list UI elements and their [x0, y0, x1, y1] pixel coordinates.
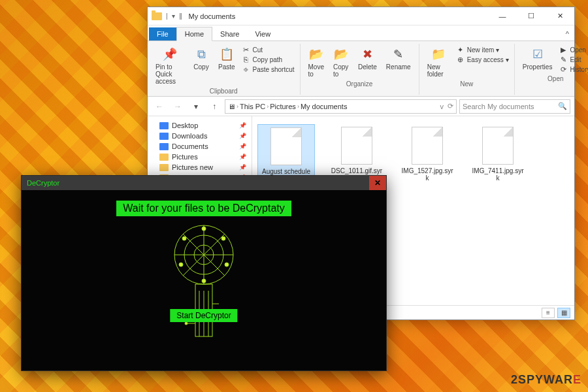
quick-access-toolbar: | ▾ ‖	[166, 12, 182, 20]
tab-file[interactable]: File	[149, 27, 176, 41]
tree-item-pictures-new[interactable]: Pictures new📌	[150, 162, 249, 172]
crumb-pictures[interactable]: Pictures	[270, 103, 296, 110]
svg-point-8	[221, 237, 225, 240]
folder-icon	[159, 164, 169, 171]
properties-button[interactable]: ☑Properties	[520, 45, 555, 72]
breadcrumb[interactable]: 🖥› This PC› Pictures› My documents v ⟳	[225, 99, 457, 114]
crumb-thispc[interactable]: This PC	[240, 103, 265, 110]
tab-view[interactable]: View	[247, 27, 278, 41]
file-item[interactable]: IMG_1527.jpg.syrk	[399, 124, 456, 186]
watermark: 2SPYWARE	[511, 373, 581, 387]
tree-item-documents[interactable]: Documents📌	[150, 141, 249, 152]
ribbon-group-clipboard: 📌Pin to Quick access ⧉Copy 📋Paste ✂Cut ⎘…	[148, 44, 301, 95]
moveto-label: Move to	[308, 63, 324, 78]
easy-access-button[interactable]: ⊕Easy access ▾	[456, 55, 509, 64]
pin-label: Pin to Quick access	[155, 63, 184, 85]
cut-button[interactable]: ✂Cut	[242, 45, 295, 54]
decryptor-window: DeCryptor ✕ Wait for your files to be De…	[21, 175, 387, 371]
file-icon	[482, 127, 514, 165]
nav-recent-button[interactable]: ▾	[188, 99, 204, 114]
copy-button[interactable]: ⧉Copy	[191, 45, 212, 72]
nav-forward-button[interactable]: →	[170, 99, 186, 114]
delete-button[interactable]: ✖Delete	[355, 45, 380, 72]
edit-button[interactable]: ✎Edit	[559, 55, 588, 64]
search-icon: 🔍	[558, 102, 567, 110]
qat-dropdown-icon[interactable]: ▾	[172, 12, 175, 20]
refresh-icon[interactable]: ⟳	[448, 102, 453, 110]
paste-button[interactable]: 📋Paste	[216, 45, 238, 72]
group-label-open: Open	[547, 75, 563, 82]
crumb-dropdown-icon[interactable]: v	[440, 103, 444, 110]
tab-home[interactable]: Home	[176, 27, 212, 41]
ribbon: 📌Pin to Quick access ⧉Copy 📋Paste ✂Cut ⎘…	[148, 41, 574, 97]
group-label-organize: Organize	[346, 80, 373, 88]
window-title: My documents	[189, 12, 236, 20]
copy-to-button[interactable]: 📂Copy to	[331, 45, 351, 79]
delete-label: Delete	[358, 63, 377, 71]
ribbon-collapse-icon[interactable]: ^	[561, 27, 574, 41]
group-label-clipboard: Clipboard	[210, 88, 238, 95]
pin-icon: 📌	[239, 133, 246, 139]
titlebar: | ▾ ‖ My documents — ☐ ✕	[148, 7, 574, 25]
svg-point-9	[179, 263, 183, 267]
newitem-icon: ✦	[456, 45, 465, 54]
history-button[interactable]: ⟳History	[559, 65, 588, 74]
crumb-sep: ›	[267, 103, 269, 110]
watermark-text2: E	[573, 373, 581, 386]
decryptor-close-button[interactable]: ✕	[369, 176, 386, 190]
view-details-button[interactable]: ≡	[542, 308, 555, 318]
ribbon-group-open: ☑Properties ▶Open ▾ ✎Edit ⟳History Open	[515, 44, 588, 95]
chevron-down-icon: ▾	[506, 56, 509, 63]
edit-icon: ✎	[559, 55, 568, 64]
edit-label: Edit	[570, 56, 581, 63]
maximize-button[interactable]: ☐	[517, 7, 546, 25]
tree-item-desktop[interactable]: Desktop📌	[150, 120, 249, 131]
tab-share[interactable]: Share	[212, 27, 247, 41]
open-label: Open	[570, 46, 585, 54]
search-placeholder: Search My documents	[463, 103, 534, 110]
open-button[interactable]: ▶Open ▾	[559, 45, 588, 54]
move-to-button[interactable]: 📂Move to	[306, 45, 327, 79]
file-item[interactable]: IMG_7411.jpg.syrk	[469, 124, 527, 186]
view-icons-button[interactable]: ▦	[557, 308, 570, 318]
pin-icon: 📌	[239, 164, 246, 171]
history-icon: ⟳	[559, 65, 568, 74]
svg-point-10	[225, 263, 229, 267]
crumb-current[interactable]: My documents	[301, 103, 348, 110]
cut-icon: ✂	[242, 45, 251, 54]
address-bar: ← → ▾ ↑ 🖥› This PC› Pictures› My documen…	[148, 97, 574, 116]
new-item-button[interactable]: ✦New item ▾	[456, 45, 509, 54]
file-icon	[412, 127, 443, 165]
new-folder-button[interactable]: 📁New folder	[425, 45, 452, 79]
tree-item-downloads[interactable]: Downloads📌	[150, 131, 249, 141]
decryptor-title: DeCryptor	[27, 179, 59, 187]
nav-up-button[interactable]: ↑	[206, 99, 222, 114]
svg-point-7	[182, 237, 186, 240]
minimize-button[interactable]: —	[488, 7, 517, 25]
key-art-icon	[148, 219, 259, 343]
copy-path-button[interactable]: ⎘Copy path	[242, 55, 295, 64]
copyto-label: Copy to	[333, 63, 349, 78]
pin-quick-access-button[interactable]: 📌Pin to Quick access	[153, 45, 187, 86]
ribbon-group-organize: 📂Move to 📂Copy to ✖Delete ✎Rename Organi…	[301, 44, 419, 95]
file-icon	[341, 127, 372, 165]
decryptor-message: Wait for your files to be DeCryptaty	[116, 201, 291, 216]
paste-shortcut-button[interactable]: ⎆Paste shortcut	[242, 65, 295, 74]
pasteshort-icon: ⎆	[242, 65, 251, 74]
copypath-label: Copy path	[253, 56, 283, 63]
newitem-label: New item	[467, 46, 495, 54]
tree-item-pictures[interactable]: Pictures📌	[150, 152, 249, 162]
rename-button[interactable]: ✎Rename	[384, 45, 414, 72]
search-input[interactable]: Search My documents 🔍	[459, 99, 570, 114]
pc-icon: 🖥	[228, 103, 235, 110]
svg-point-21	[185, 322, 188, 325]
pin-icon: 📌	[239, 143, 246, 150]
file-name: IMG_7411.jpg.syrk	[472, 167, 524, 182]
nav-back-button[interactable]: ←	[152, 99, 167, 114]
copy-label: Copy	[193, 63, 208, 71]
close-button[interactable]: ✕	[546, 7, 574, 25]
decryptor-titlebar: DeCryptor ✕	[22, 176, 386, 190]
start-decryptor-button[interactable]: Start DeCryptor	[170, 309, 237, 322]
props-label: Properties	[523, 63, 553, 71]
newfolder-label: New folder	[427, 63, 449, 78]
